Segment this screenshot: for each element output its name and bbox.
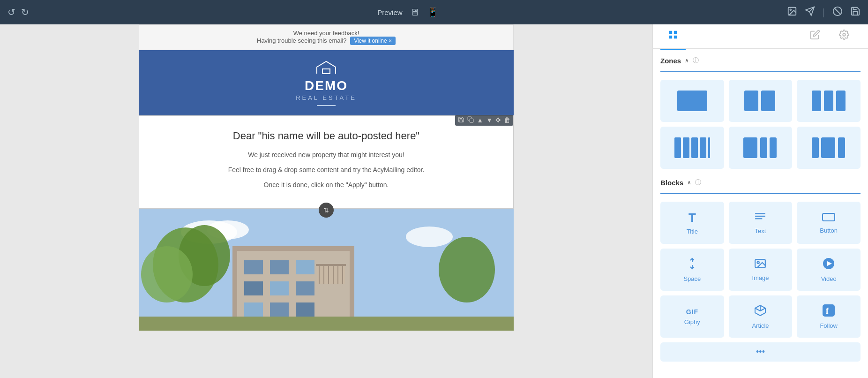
svg-rect-71 <box>823 304 835 317</box>
blocks-info-icon[interactable]: ⓘ <box>695 178 701 187</box>
svg-rect-52 <box>743 137 757 158</box>
svg-rect-41 <box>677 91 707 111</box>
blocks-grid: T Title Text <box>660 202 861 338</box>
preheader-text: We need your feedback! <box>149 30 504 37</box>
zone-three-col[interactable] <box>797 80 861 122</box>
drag-handle[interactable]: ⇅ <box>319 203 334 218</box>
redo-button[interactable]: ↻ <box>21 7 29 18</box>
zones-section-header: Zones ∧ ⓘ <box>660 56 861 65</box>
svg-text:f: f <box>826 306 829 316</box>
blocks-section-header: Blocks ∧ ⓘ <box>660 178 861 187</box>
logo-subtitle: REAL ESTATE <box>296 94 357 101</box>
block-toolbar: ▲ ▼ ✥ 🗑 <box>455 115 513 126</box>
space-block-label: Space <box>683 275 701 282</box>
button-block-label: Button <box>820 227 838 234</box>
block-icon[interactable] <box>832 6 843 19</box>
svg-rect-47 <box>674 137 681 158</box>
tab-settings[interactable] <box>831 24 857 50</box>
tab-edit[interactable] <box>802 24 828 50</box>
block-up-icon[interactable]: ▲ <box>477 116 483 124</box>
svg-rect-18 <box>270 281 289 295</box>
logo-title: DEMO <box>305 78 348 93</box>
toolbar-left: ↺ ↻ <box>7 7 29 18</box>
block-copy-icon[interactable] <box>467 116 474 124</box>
block-card-space[interactable]: Space <box>660 249 724 291</box>
svg-rect-24 <box>316 264 346 266</box>
svg-rect-20 <box>244 302 263 317</box>
svg-rect-44 <box>812 91 821 111</box>
block-card-giphy[interactable]: GIF Giphy <box>660 295 724 338</box>
title-block-label: Title <box>687 228 698 235</box>
svg-point-33 <box>141 246 193 302</box>
svg-rect-50 <box>700 137 706 158</box>
svg-line-5 <box>835 8 841 14</box>
image-block-icon <box>754 258 766 272</box>
svg-rect-38 <box>669 35 672 38</box>
block-card-article[interactable]: Article <box>729 295 793 338</box>
svg-line-69 <box>755 308 760 311</box>
giphy-block-label: Giphy <box>684 318 700 325</box>
desktop-preview-button[interactable]: 🖥 <box>410 7 419 18</box>
zone-two-col[interactable] <box>729 80 793 122</box>
email-wrapper: We need your feedback! Having trouble se… <box>139 24 514 331</box>
image-tool-icon[interactable] <box>787 6 797 19</box>
zones-chevron[interactable]: ∧ <box>685 57 689 64</box>
toolbar-divider: | <box>823 7 825 18</box>
block-card-video[interactable]: Video <box>797 249 861 291</box>
article-block-label: Article <box>752 322 769 329</box>
block-move-icon[interactable]: ✥ <box>495 116 501 124</box>
more-section: ••• <box>660 342 861 362</box>
logo-house-icon <box>312 60 340 76</box>
block-card-title[interactable]: T Title <box>660 202 724 244</box>
content-para2: Feel free to drag & drop some content an… <box>158 165 494 176</box>
save-icon[interactable] <box>850 6 861 19</box>
logo-divider <box>317 105 336 106</box>
video-block-icon <box>823 257 835 272</box>
content-block: ▲ ▼ ✥ 🗑 Dear "his name will be auto-post… <box>139 115 514 209</box>
block-delete-icon[interactable]: 🗑 <box>504 116 510 124</box>
panel-content: Zones ∧ ⓘ <box>653 49 868 369</box>
block-card-text[interactable]: Text <box>729 202 793 244</box>
blocks-title: Blocks <box>660 179 683 187</box>
svg-rect-15 <box>270 260 289 274</box>
svg-rect-45 <box>824 91 833 111</box>
view-online-button[interactable]: View it online × <box>350 37 396 45</box>
zones-title: Zones <box>660 57 681 65</box>
svg-rect-48 <box>683 137 689 158</box>
content-para1: We just received new property that might… <box>158 150 494 161</box>
svg-rect-43 <box>761 91 775 111</box>
svg-rect-7 <box>470 119 474 122</box>
zone-full-width[interactable] <box>660 80 724 122</box>
block-down-icon[interactable]: ▼ <box>486 116 493 124</box>
blocks-chevron[interactable]: ∧ <box>687 179 691 186</box>
svg-rect-36 <box>669 30 672 33</box>
more-button[interactable]: ••• <box>660 342 861 362</box>
svg-rect-35 <box>139 317 514 331</box>
zone-sidebar-right[interactable] <box>797 127 861 169</box>
main-toolbar: ↺ ↻ Preview 🖥 📱 | <box>0 0 868 24</box>
building-image-block <box>139 209 514 331</box>
preview-label: Preview <box>377 8 402 16</box>
block-card-image[interactable]: Image <box>729 249 793 291</box>
block-save-icon[interactable] <box>458 116 464 124</box>
article-block-icon <box>754 304 766 319</box>
tab-blocks[interactable] <box>660 24 686 50</box>
svg-rect-55 <box>812 137 819 158</box>
email-logo: DEMO REAL ESTATE <box>139 50 514 115</box>
svg-rect-37 <box>674 30 677 33</box>
zone-sidebar-left[interactable] <box>729 127 793 169</box>
svg-line-70 <box>760 308 765 311</box>
svg-point-40 <box>843 33 846 36</box>
send-icon[interactable] <box>805 6 815 19</box>
mobile-preview-button[interactable]: 📱 <box>427 7 439 18</box>
main-area: We need your feedback! Having trouble se… <box>0 24 868 378</box>
zone-four-col[interactable] <box>660 127 724 169</box>
svg-rect-19 <box>296 281 314 295</box>
undo-button[interactable]: ↺ <box>7 7 15 18</box>
block-card-follow[interactable]: f Follow <box>797 295 861 338</box>
svg-rect-53 <box>760 137 767 158</box>
panel-tabs <box>653 24 868 49</box>
svg-point-11 <box>406 227 453 247</box>
zones-info-icon[interactable]: ⓘ <box>693 56 699 65</box>
block-card-button[interactable]: Button <box>797 202 861 244</box>
